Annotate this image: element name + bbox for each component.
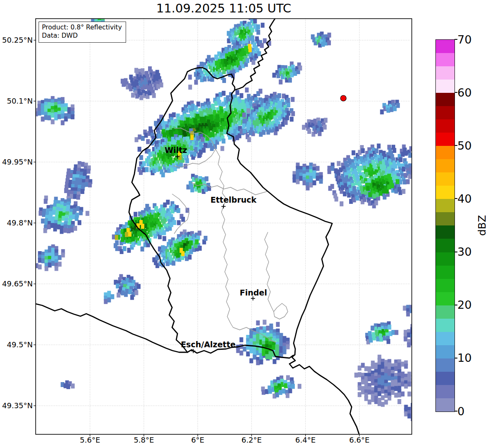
radar-cell: [288, 388, 292, 393]
radar-cell: [391, 330, 395, 335]
colorbar-tick-mark: [455, 145, 457, 146]
radar-cell: [284, 383, 288, 388]
radar-cell: [58, 255, 62, 260]
radar-cell: [378, 401, 382, 406]
radar-cell: [283, 349, 287, 354]
radar-cell: [261, 23, 265, 28]
radar-cell: [412, 176, 416, 181]
colorbar-segment: [436, 345, 455, 358]
radar-cell: [63, 228, 67, 233]
colorbar-segment: [436, 146, 455, 159]
radar-cell: [246, 108, 250, 113]
radar-cell: [197, 102, 200, 107]
radar-cell: [39, 211, 42, 216]
radar-strong-cell: [125, 232, 128, 237]
radar-strong-cell: [115, 235, 118, 240]
radar-cell: [41, 218, 45, 223]
radar-cell: [286, 98, 290, 103]
radar-cell: [222, 91, 226, 96]
radar-cell: [195, 114, 199, 119]
radar-cell: [368, 376, 372, 381]
colorbar-segment: [436, 172, 455, 186]
radar-cell: [396, 103, 400, 108]
radar-cell: [408, 414, 411, 419]
colorbar-segment: [436, 93, 455, 106]
colorbar-segment: [436, 292, 455, 305]
radar-cell: [61, 120, 65, 125]
colorbar-tick-mark: [455, 252, 457, 252]
colorbar-tick-label: 60: [457, 86, 472, 99]
radar-cell: [374, 200, 378, 205]
radar-cell: [68, 114, 71, 119]
radar-cell: [381, 402, 385, 407]
colorbar-segment: [436, 239, 455, 252]
radar-cell: [316, 176, 320, 181]
radar-cell: [331, 184, 334, 189]
radar-cell: [272, 345, 276, 350]
radar-cell: [358, 392, 362, 397]
radar-cell: [141, 136, 145, 141]
colorbar-tick-mark: [455, 358, 457, 358]
radar-cell: [47, 224, 51, 229]
radar-cell: [137, 284, 141, 289]
radar-cell: [172, 112, 176, 117]
colorbar-segment: [436, 319, 455, 332]
radar-cell: [135, 137, 139, 142]
radar-cell: [393, 148, 396, 153]
radar-cell: [163, 236, 166, 241]
radar-cell: [323, 125, 327, 130]
radar-cell: [66, 384, 70, 389]
radar-figure: 11.09.2025 11:05 UTC Product: 0.8° Refle…: [0, 0, 491, 448]
colorbar-segment: [436, 372, 455, 385]
radar-cell: [291, 97, 294, 102]
radar-cell: [144, 217, 148, 222]
radar-echoes: [34, 15, 419, 421]
radar-cell: [218, 136, 221, 141]
radar-cell: [376, 192, 379, 197]
radar-cell: [222, 78, 226, 83]
radar-cell: [150, 223, 154, 228]
radar-cell: [76, 195, 80, 200]
radar-cell: [252, 60, 255, 65]
radar-cell: [87, 169, 90, 174]
radar-cell: [51, 113, 55, 118]
radar-cell: [337, 161, 340, 166]
colorbar-tick-label: 40: [457, 192, 472, 205]
radar-cell: [256, 30, 260, 35]
colorbar-segment: [436, 40, 455, 53]
radar-cell: [407, 342, 411, 347]
radar-cell: [34, 111, 38, 116]
colorbar-tick-mark: [455, 305, 457, 305]
radar-cell: [45, 266, 49, 271]
radar-cell: [79, 210, 83, 215]
radar-cell: [236, 90, 239, 95]
radar-cell: [372, 335, 376, 340]
radar-cell: [282, 389, 286, 394]
colorbar-tick-mark: [455, 198, 457, 199]
radar-cell: [243, 346, 247, 351]
radar-cell: [299, 176, 303, 181]
radar-cell: [35, 263, 39, 268]
colorbar-axis-label: dBZ: [476, 215, 488, 236]
radar-cell: [189, 240, 193, 245]
radar-cell: [259, 348, 263, 353]
radar-cell: [107, 298, 111, 303]
radar-cell: [134, 290, 138, 295]
radar-cell: [201, 137, 204, 142]
radar-cell: [253, 19, 257, 24]
radar-cell: [185, 108, 188, 113]
radar-cell: [403, 306, 407, 311]
colorbar-segment: [436, 212, 455, 225]
radar-cell: [313, 174, 316, 179]
radar-cell: [111, 294, 114, 299]
radar-strong-cell: [190, 135, 194, 140]
radar-cell: [131, 237, 135, 242]
radar-cell: [286, 375, 290, 380]
radar-cell: [205, 177, 209, 182]
radar-strong-cell: [141, 224, 144, 229]
radar-cell: [61, 114, 65, 119]
city-label: Esch/Alzette: [181, 340, 236, 349]
radar-cell: [377, 143, 381, 148]
radar-cell: [414, 340, 418, 345]
radar-cell: [313, 180, 316, 185]
